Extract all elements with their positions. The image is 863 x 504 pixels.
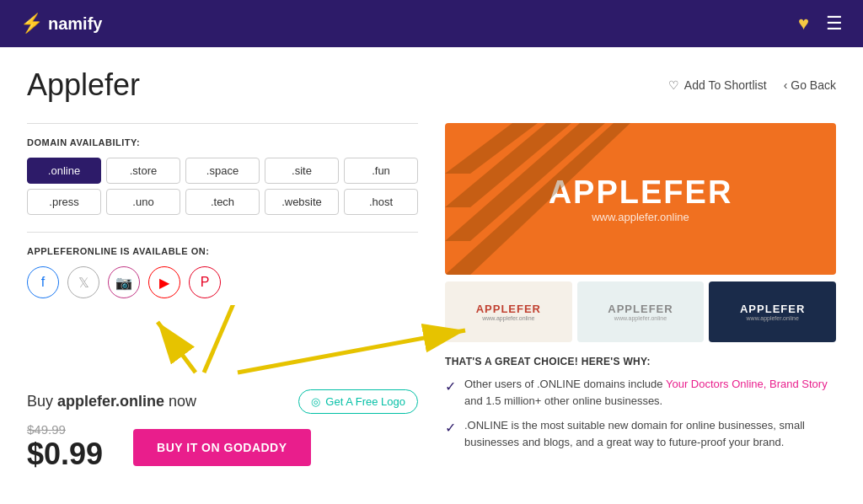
go-back-chevron-icon: ‹	[784, 78, 788, 92]
logo-text: namify	[48, 14, 102, 34]
reason-item-2: ✓ .ONLINE is the most suitable new domai…	[445, 417, 836, 450]
title-actions: ♡ Add To Shortlist ‹ Go Back	[668, 78, 836, 92]
domain-pill-press[interactable]: .press	[27, 189, 101, 215]
original-price: $49.99	[27, 422, 103, 437]
domain-pill-space[interactable]: .space	[185, 158, 260, 184]
buy-text: Buy applefer.online now	[27, 393, 196, 410]
go-back-label: Go Back	[791, 78, 836, 92]
twitter-icon[interactable]: 𝕏	[67, 266, 99, 298]
reason-link-1[interactable]: Your Doctors Online, Brand Story	[666, 378, 828, 390]
instagram-icon[interactable]: 📷	[108, 266, 140, 298]
logo-preview-url: www.applefer.online	[549, 211, 733, 223]
current-price: $0.99	[27, 437, 103, 472]
domain-pill-tech[interactable]: .tech	[185, 189, 260, 215]
reason-text-1: Other users of .ONLINE domains include Y…	[464, 376, 836, 409]
svg-line-3	[238, 330, 465, 373]
header-right: ♥ ☰	[798, 13, 843, 35]
shortlist-heart-icon: ♡	[668, 78, 679, 92]
buy-text-suffix: now	[164, 393, 196, 410]
buy-domain: applefer.online	[57, 393, 164, 410]
logo-thumb-2[interactable]: APPLEFER www.applefer.online	[577, 281, 705, 342]
content-grid: DOMAIN AVAILABILITY: .online .store .spa…	[27, 123, 836, 472]
buy-godaddy-button[interactable]: BUY IT ON GODADDY	[133, 429, 310, 466]
domain-grid: .online .store .space .site .fun .press …	[27, 158, 418, 215]
domain-pill-website[interactable]: .website	[265, 189, 339, 215]
youtube-icon[interactable]: ▶	[148, 266, 180, 298]
top-divider	[27, 123, 418, 124]
reason-text-2: .ONLINE is the most suitable new domain …	[464, 417, 836, 450]
svg-line-1	[158, 322, 196, 373]
social-icons-row: f 𝕏 📷 ▶ P	[27, 266, 418, 298]
logo-preview-main: APPLEFER www.applefer.online	[445, 123, 836, 275]
free-logo-button[interactable]: ◎ Get A Free Logo	[298, 389, 418, 414]
go-back-button[interactable]: ‹ Go Back	[784, 78, 836, 92]
shortlist-label: Add To Shortlist	[684, 78, 767, 92]
heart-icon[interactable]: ♥	[798, 13, 809, 35]
reason-item-1: ✓ Other users of .ONLINE domains include…	[445, 376, 836, 409]
price-row: $49.99 $0.99 BUY IT ON GODADDY	[27, 422, 418, 472]
domain-pill-store[interactable]: .store	[106, 158, 180, 184]
logo: ⚡ namify	[20, 13, 102, 35]
logo-thumb-3[interactable]: APPLEFER www.applefer.online	[709, 281, 836, 342]
arrow-annotation	[27, 305, 418, 373]
domain-section-label: DOMAIN AVAILABILITY:	[27, 137, 418, 147]
domain-pill-uno[interactable]: .uno	[106, 189, 180, 215]
logo-stripes-svg	[445, 123, 630, 275]
free-logo-label: Get A Free Logo	[325, 395, 405, 408]
reasons-title: THAT'S A GREAT CHOICE! HERE'S WHY:	[445, 356, 836, 367]
social-section-label: APPLEFERONLINE IS AVAILABLE ON:	[27, 246, 418, 256]
title-row: Applefer ♡ Add To Shortlist ‹ Go Back	[27, 67, 836, 103]
free-logo-icon: ◎	[311, 395, 320, 408]
mid-divider	[27, 232, 418, 233]
buy-header: Buy applefer.online now ◎ Get A Free Log…	[27, 389, 418, 414]
right-column: APPLEFER www.applefer.online APPLEFER ww…	[445, 123, 836, 472]
logo-thumbs-row: APPLEFER www.applefer.online APPLEFER ww…	[445, 281, 836, 342]
menu-icon[interactable]: ☰	[826, 13, 843, 35]
domain-pill-online[interactable]: .online	[27, 158, 101, 184]
buy-text-prefix: Buy	[27, 393, 57, 410]
domain-pill-site[interactable]: .site	[265, 158, 339, 184]
page-title: Applefer	[27, 67, 140, 103]
check-icon-1: ✓	[445, 377, 456, 409]
logo-thumb-1[interactable]: APPLEFER www.applefer.online	[445, 281, 572, 342]
facebook-icon[interactable]: f	[27, 266, 59, 298]
check-icon-2: ✓	[445, 418, 456, 450]
svg-line-2	[204, 305, 255, 373]
pinterest-icon[interactable]: P	[189, 266, 221, 298]
left-column: DOMAIN AVAILABILITY: .online .store .spa…	[27, 123, 418, 472]
price-column: $49.99 $0.99	[27, 422, 103, 472]
main-content: Applefer ♡ Add To Shortlist ‹ Go Back DO…	[0, 47, 863, 492]
add-to-shortlist-button[interactable]: ♡ Add To Shortlist	[668, 78, 767, 92]
domain-pill-fun[interactable]: .fun	[344, 158, 418, 184]
domain-pill-host[interactable]: .host	[344, 189, 418, 215]
app-header: ⚡ namify ♥ ☰	[0, 0, 863, 47]
logo-icon: ⚡	[20, 13, 43, 35]
buy-section: Buy applefer.online now ◎ Get A Free Log…	[27, 389, 418, 472]
